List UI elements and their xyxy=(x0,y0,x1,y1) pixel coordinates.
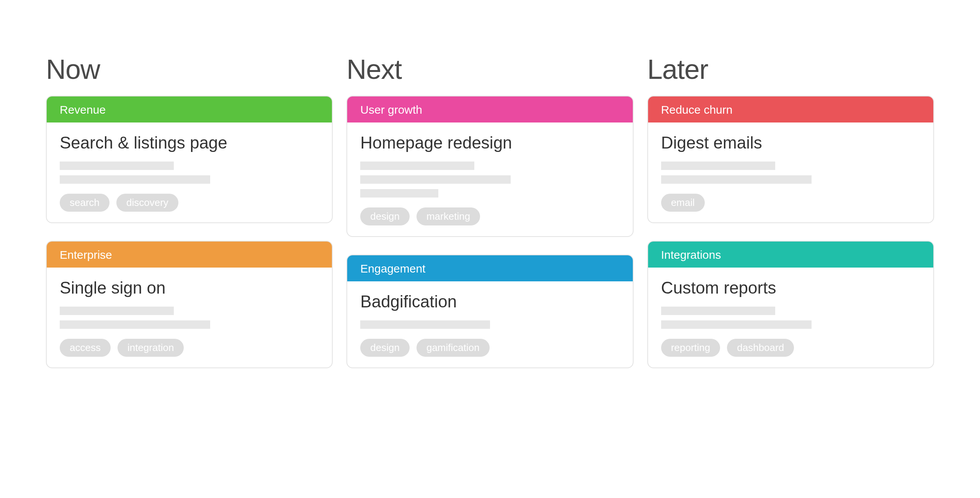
card-description-placeholder xyxy=(60,307,319,329)
card-category: Engagement xyxy=(347,255,632,281)
card-tags: search discovery xyxy=(60,194,319,212)
placeholder-line xyxy=(661,162,775,170)
placeholder-line xyxy=(360,175,511,184)
placeholder-line xyxy=(60,162,174,170)
card-category: User growth xyxy=(347,96,632,122)
card-revenue[interactable]: Revenue Search & listings page search di… xyxy=(46,96,333,223)
card-body: Search & listings page search discovery xyxy=(47,122,332,222)
card-category: Revenue xyxy=(47,96,332,122)
tag[interactable]: search xyxy=(60,194,109,212)
card-description-placeholder xyxy=(360,162,619,198)
placeholder-line xyxy=(661,307,775,315)
tag[interactable]: gamification xyxy=(416,339,490,357)
column-title: Later xyxy=(647,54,934,85)
column-next: Next User growth Homepage redesign desig… xyxy=(346,54,633,386)
card-title: Custom reports xyxy=(661,278,920,297)
tag[interactable]: discovery xyxy=(116,194,178,212)
placeholder-line xyxy=(360,162,474,170)
tag[interactable]: integration xyxy=(118,339,184,357)
card-description-placeholder xyxy=(661,307,920,329)
card-description-placeholder xyxy=(661,162,920,184)
column-title: Next xyxy=(346,54,633,85)
tag[interactable]: access xyxy=(60,339,111,357)
placeholder-line xyxy=(661,320,812,329)
tag[interactable]: marketing xyxy=(416,207,480,225)
placeholder-line xyxy=(360,189,438,198)
card-title: Single sign on xyxy=(60,278,319,297)
card-enterprise[interactable]: Enterprise Single sign on access integra… xyxy=(46,241,333,368)
card-tags: email xyxy=(661,194,920,212)
column-title: Now xyxy=(46,54,333,85)
placeholder-line xyxy=(60,175,210,184)
card-description-placeholder xyxy=(360,320,619,329)
column-now: Now Revenue Search & listings page searc… xyxy=(46,54,333,386)
card-reduce-churn[interactable]: Reduce churn Digest emails email xyxy=(647,96,934,223)
tag[interactable]: design xyxy=(360,339,410,357)
card-category: Enterprise xyxy=(47,242,332,268)
card-tags: design marketing xyxy=(360,207,619,225)
tag[interactable]: dashboard xyxy=(727,339,794,357)
placeholder-line xyxy=(60,320,210,329)
card-tags: reporting dashboard xyxy=(661,339,920,357)
card-body: Homepage redesign design marketing xyxy=(347,122,632,236)
card-tags: access integration xyxy=(60,339,319,357)
roadmap-board: Now Revenue Search & listings page searc… xyxy=(0,0,980,409)
card-user-growth[interactable]: User growth Homepage redesign design mar… xyxy=(346,96,633,237)
card-title: Search & listings page xyxy=(60,133,319,152)
tag[interactable]: reporting xyxy=(661,339,720,357)
placeholder-line xyxy=(360,320,490,329)
card-tags: design gamification xyxy=(360,339,619,357)
placeholder-line xyxy=(60,307,174,315)
card-description-placeholder xyxy=(60,162,319,184)
card-title: Homepage redesign xyxy=(360,133,619,152)
card-title: Badgification xyxy=(360,292,619,311)
card-engagement[interactable]: Engagement Badgification design gamifica… xyxy=(346,255,633,368)
card-body: Custom reports reporting dashboard xyxy=(648,268,933,367)
card-integrations[interactable]: Integrations Custom reports reporting da… xyxy=(647,241,934,368)
tag[interactable]: email xyxy=(661,194,705,212)
card-category: Integrations xyxy=(648,242,933,268)
card-body: Single sign on access integration xyxy=(47,268,332,367)
column-later: Later Reduce churn Digest emails email I… xyxy=(647,54,934,386)
card-body: Digest emails email xyxy=(648,122,933,222)
placeholder-line xyxy=(661,175,812,184)
tag[interactable]: design xyxy=(360,207,410,225)
card-category: Reduce churn xyxy=(648,96,933,122)
card-title: Digest emails xyxy=(661,133,920,152)
card-body: Badgification design gamification xyxy=(347,281,632,367)
